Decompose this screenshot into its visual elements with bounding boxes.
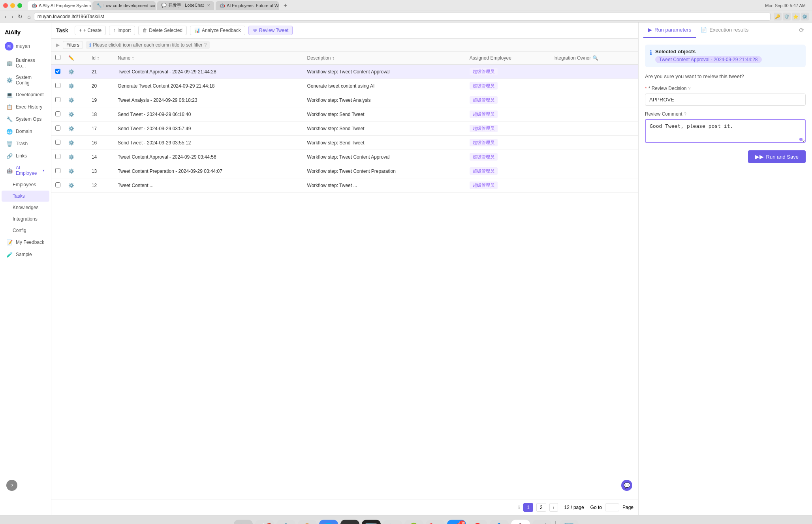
dock-system-prefs[interactable]: ⚙️	[276, 520, 295, 524]
row-settings-icon-21[interactable]: ⚙️	[68, 69, 74, 75]
sidebar-item-my-feedback[interactable]: 📝 My Feedback	[2, 236, 49, 248]
sidebar-item-ai-employee[interactable]: 🤖 AI Employee ▾	[2, 162, 49, 179]
row-settings-icon-12[interactable]: ⚙️	[68, 183, 74, 188]
analyze-feedback-button[interactable]: 📊 Analyze Feedback	[190, 26, 245, 35]
maximize-window-button[interactable]	[17, 3, 22, 8]
dock-finder[interactable]: 🎭	[234, 520, 253, 524]
row-settings-icon-17[interactable]: ⚙️	[68, 126, 74, 131]
dock-jetbrains[interactable]: 🔷	[490, 520, 509, 524]
dock-transmit[interactable]: 📦	[298, 520, 317, 524]
row-settings-icon-19[interactable]: ⚙️	[68, 97, 74, 103]
sidebar-item-trash[interactable]: 🗑️ Trash	[2, 138, 49, 150]
dock-aiaily[interactable]: 🤖	[511, 520, 530, 524]
sidebar-item-knowledges[interactable]: Knowledges	[2, 202, 49, 213]
dock-chrome[interactable]: 🌐	[319, 520, 338, 524]
row-checkbox-14[interactable]	[55, 154, 60, 159]
forward-button[interactable]: ›	[10, 13, 15, 21]
row-checkbox-16[interactable]	[55, 140, 60, 145]
sidebar-item-links[interactable]: 🔗 Links	[2, 150, 49, 162]
sidebar-label-config: Config	[13, 228, 26, 233]
row-checkbox-19[interactable]	[55, 97, 60, 102]
sidebar-item-integrations[interactable]: Integrations	[2, 213, 49, 225]
panel-close-button[interactable]: ⟳	[796, 22, 807, 38]
page-1-button[interactable]: 1	[523, 503, 533, 512]
row-settings-icon-20[interactable]: ⚙️	[68, 83, 74, 89]
reload-button[interactable]: ↻	[16, 13, 24, 21]
home-button[interactable]: ⌂	[26, 13, 32, 21]
row-checkbox-13[interactable]	[55, 168, 60, 173]
row-checkbox-18[interactable]	[55, 111, 60, 116]
ext-icon-4[interactable]: ⚙️	[801, 13, 809, 21]
close-window-button[interactable]	[3, 3, 8, 8]
dock-trash[interactable]: 🗑️	[560, 520, 579, 524]
row-checkbox-20[interactable]	[55, 83, 60, 88]
select-all-checkbox[interactable]	[55, 55, 60, 60]
employee-tag-19: 超级管理员	[470, 96, 498, 104]
sidebar-item-development[interactable]: 💻 Development	[2, 89, 49, 101]
link-icon: 🔗	[6, 153, 13, 159]
row-settings-icon-14[interactable]: ⚙️	[68, 154, 74, 160]
minimize-window-button[interactable]	[10, 3, 15, 8]
row-settings-icon-18[interactable]: ⚙️	[68, 112, 74, 117]
sidebar-item-domain[interactable]: 🌐 Domain	[2, 125, 49, 137]
cell-description-18: Workflow step: Send Tweet	[303, 107, 466, 122]
review-decision-help-icon[interactable]: ?	[688, 86, 690, 91]
dock-jira[interactable]: 📌 130	[447, 520, 466, 524]
import-button[interactable]: ↑ Import	[109, 26, 135, 35]
back-button[interactable]: ‹	[3, 13, 8, 21]
table-row: ⚙️ 17 Send Tweet - 2024-09-29 03:57:49 W…	[51, 122, 638, 136]
sidebar-item-config[interactable]: Config	[2, 225, 49, 236]
dock-paw[interactable]: 🐾	[383, 520, 402, 524]
tab-close-2[interactable]: ✕	[207, 3, 210, 7]
browser-tab-0[interactable]: 🤖 AiAlly AI Employee System ✕	[28, 1, 91, 10]
dock-iterm[interactable]: 🖥️	[362, 520, 381, 524]
review-comment-help-icon[interactable]: ?	[684, 112, 686, 116]
help-fab-button[interactable]: ?	[6, 480, 17, 491]
go-to-input[interactable]	[605, 503, 619, 511]
dock-vectorize[interactable]: ✏️	[426, 520, 445, 524]
sidebar-item-system-ops[interactable]: 🔧 System Ops	[2, 113, 49, 125]
review-tweet-button[interactable]: 👁 Review Tweet	[248, 26, 293, 35]
new-tab-button[interactable]: +	[280, 0, 290, 11]
sidebar-item-exec-history[interactable]: 📋 Exec History	[2, 101, 49, 113]
review-decision-input[interactable]	[645, 94, 806, 106]
ext-icon-3[interactable]: ⭐	[792, 13, 800, 21]
cell-employee-19: 超级管理员	[466, 93, 549, 107]
sidebar-item-employees[interactable]: Employees	[2, 179, 49, 190]
row-checkbox-17[interactable]	[55, 125, 60, 131]
chat-fab-button[interactable]: 💬	[621, 480, 632, 491]
dock-sourcetree[interactable]: 🌳	[404, 520, 423, 524]
ext-icon-1[interactable]: 🔑	[774, 13, 782, 21]
run-save-button[interactable]: ▶▶ Run and Save	[748, 150, 806, 163]
row-checkbox-12[interactable]	[55, 182, 60, 187]
row-checkbox-21[interactable]	[55, 69, 60, 74]
row-settings-icon-16[interactable]: ⚙️	[68, 140, 74, 146]
review-comment-textarea[interactable]: Good Tweet, please post it.	[645, 119, 806, 143]
sidebar-item-tasks[interactable]: Tasks	[2, 191, 49, 202]
sidebar-item-system-config[interactable]: ⚙️ System Config	[2, 72, 49, 88]
browser-tab-1[interactable]: 🔧 Low-code development com... ✕	[92, 1, 156, 10]
cell-description-17: Workflow step: Send Tweet	[303, 122, 466, 136]
dock-terminal[interactable]: 💻	[340, 520, 359, 524]
cell-id-20: 20	[88, 79, 114, 93]
browser-tab-3[interactable]: 🤖 AI Employees: Future of Wor... ✕	[216, 1, 279, 10]
browser-tab-2[interactable]: 💬 开发手 · LobeChat ✕	[157, 1, 214, 10]
dock-facetime[interactable]: 📹	[532, 520, 551, 524]
sidebar-item-business-co[interactable]: 🏢 Business Co...	[2, 55, 49, 71]
dock-launchpad[interactable]: 🚀	[255, 520, 274, 524]
create-button[interactable]: + + Create	[75, 26, 106, 35]
dock-app1[interactable]: 🎯	[468, 520, 487, 524]
url-input[interactable]	[34, 13, 771, 21]
filters-expand-icon[interactable]: ▶	[56, 42, 60, 48]
ext-icon-2[interactable]: 🛡️	[783, 13, 791, 21]
row-settings-icon-13[interactable]: ⚙️	[68, 168, 74, 174]
logo-text: AiAlly	[5, 29, 21, 36]
page-2-button[interactable]: 2	[536, 503, 546, 512]
app-container: AiAlly M muyan 🏢 Business Co... ⚙️ Syste…	[0, 22, 812, 515]
sidebar-item-sample[interactable]: 🧪 Sample	[2, 249, 49, 260]
tab-run-parameters[interactable]: ▶ Run parameters	[643, 22, 696, 38]
tab-execution-results[interactable]: 📄 Execution results	[696, 22, 753, 38]
delete-selected-button[interactable]: 🗑 Delete Selected	[138, 26, 187, 35]
filters-button[interactable]: Filters	[63, 41, 83, 49]
page-next-button[interactable]: ›	[549, 503, 558, 512]
